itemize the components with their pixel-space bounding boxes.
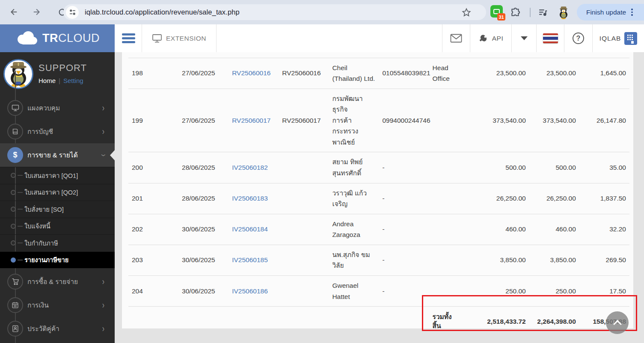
totals-row: รวมทั้ง สิ้น 2,518,433.72 2,264,398.00 1… xyxy=(128,307,629,343)
chevron-down-icon xyxy=(521,36,528,40)
browser-menu-icon[interactable] xyxy=(631,9,633,16)
table-row: 20028/06/2025IV25060182สยาม ทิพย์ สุนทรศ… xyxy=(128,152,629,183)
browser-profile-avatar[interactable] xyxy=(556,0,571,24)
app-logo[interactable]: TRCLOUD xyxy=(0,24,115,52)
table-cell: 460.00 xyxy=(529,214,579,245)
document-link[interactable]: IV25060186 xyxy=(232,287,268,295)
document-link[interactable]: IV25060184 xyxy=(232,225,268,233)
sidebar-item-sales-revenue[interactable]: $ การขาย & รายได้ › xyxy=(0,143,115,167)
sidebar-subitem[interactable]: รายงานภาษีขาย xyxy=(0,251,115,269)
messages-button[interactable] xyxy=(442,24,470,52)
table-cell: IV25060186 xyxy=(229,275,279,306)
chevron-icon: › xyxy=(102,276,104,287)
table-cell: 17.50 xyxy=(579,275,629,306)
sidebar-subitem[interactable]: ใบแจ้งหนี้ xyxy=(0,218,115,235)
bookmark-star-button[interactable] xyxy=(461,7,472,18)
document-link[interactable]: IV25060182 xyxy=(232,164,268,171)
table-cell xyxy=(429,214,479,245)
browser-profile-button[interactable]: Finish update xyxy=(577,4,644,21)
sidebar-item-top-0[interactable]: แผงควบคุม› xyxy=(0,96,115,120)
main-content: 19827/06/2025RV25060016RV25060016Cheil (… xyxy=(115,52,644,343)
api-button[interactable]: API xyxy=(470,24,511,52)
arrow-left-icon xyxy=(9,7,18,17)
table-cell: Gwenael Hattet xyxy=(329,275,379,306)
scroll-to-top-button[interactable] xyxy=(606,311,629,334)
sidebar-item-label: การขาย & รายได้ xyxy=(27,150,78,160)
sidebar-subitem-label: ใบเสนอราคา [QO2] xyxy=(24,187,78,197)
logo-text-bold: TR xyxy=(42,32,58,44)
sidebar-item-bottom-2[interactable]: ประวัติคู่ค้า› xyxy=(0,317,115,340)
sidebar-subitem[interactable]: ใบเสนอราคา [QO2] xyxy=(0,184,115,201)
sidebar-item-label: การเงิน xyxy=(27,300,49,310)
site-info-button[interactable] xyxy=(66,6,79,19)
table-cell: 269.50 xyxy=(579,245,629,275)
home-link[interactable]: Home xyxy=(39,77,56,84)
table-cell xyxy=(279,275,329,306)
table-cell: 199 xyxy=(128,89,178,152)
browser-back-button[interactable] xyxy=(5,4,21,20)
user-avatar[interactable] xyxy=(3,59,33,89)
document-link[interactable]: IV25060183 xyxy=(232,195,268,202)
table-row: 19827/06/2025RV25060016RV25060016Cheil (… xyxy=(128,58,629,89)
sidebar-subitem-label: ใบกำกับภาษี xyxy=(24,238,58,248)
extension-menu-label: EXTENSION xyxy=(166,35,206,42)
url-text[interactable]: iqlab.trcloud.co/application/revenue/sal… xyxy=(85,8,240,16)
table-cell: 28/06/2025 xyxy=(178,152,229,183)
sidebar-subitem[interactable]: ใบกำกับภาษี xyxy=(0,234,115,251)
sidebar-subitem[interactable]: ใบเสนอราคา [QO1] xyxy=(0,167,115,184)
table-cell xyxy=(279,245,329,275)
puzzle-icon xyxy=(510,7,521,18)
document-link[interactable]: IV25060185 xyxy=(232,256,268,263)
table-cell xyxy=(429,89,479,152)
table-cell: RV25060017 xyxy=(229,89,279,152)
language-button[interactable] xyxy=(536,24,564,52)
table-cell xyxy=(279,214,329,245)
table-cell: IV25060185 xyxy=(229,245,279,275)
table-cell: นพ.สุภกิจ ขม วิลัย xyxy=(329,245,379,275)
dropdown-toggle[interactable] xyxy=(511,24,536,52)
monitor-icon xyxy=(7,100,23,116)
document-link[interactable]: RV25060016 xyxy=(232,69,270,77)
address-bar[interactable]: iqlab.trcloud.co/application/revenue/sal… xyxy=(63,4,486,20)
table-cell: 460.00 xyxy=(479,214,529,245)
sidebar-item-top-1[interactable]: การบัญชี› xyxy=(0,120,115,143)
chevron-icon: › xyxy=(102,126,104,137)
sidebar-subitem-label: ใบเสนอราคา [QO1] xyxy=(24,171,78,180)
bullet-icon xyxy=(11,190,16,195)
table-cell: IV25060183 xyxy=(229,183,279,214)
setting-link[interactable]: Setting xyxy=(63,77,83,84)
envelope-icon xyxy=(450,34,462,43)
toolbar-divider xyxy=(530,0,531,24)
media-playlist-button[interactable] xyxy=(537,0,548,24)
account-name: IQLAB xyxy=(599,35,621,42)
table-cell: 35.00 xyxy=(579,152,629,183)
sidebar-toggle-button[interactable] xyxy=(122,33,135,43)
extension-menu-button[interactable]: EXTENSION xyxy=(142,24,216,52)
table-cell xyxy=(429,245,479,275)
table-cell: 201 xyxy=(128,183,178,214)
table-row: 20430/06/2025IV25060186Gwenael Hattet-25… xyxy=(128,275,629,306)
table-cell: 204 xyxy=(128,275,178,306)
timeline-connector xyxy=(18,226,23,227)
help-button[interactable]: ? xyxy=(564,24,592,52)
extensions-button[interactable] xyxy=(510,0,521,24)
sidebar-subitem-label: รายงานภาษีขาย xyxy=(24,255,68,265)
table-cell: 27/06/2025 xyxy=(178,89,229,152)
sidebar-item-bottom-1[interactable]: การเงิน› xyxy=(0,293,115,317)
table-cell: 500.00 xyxy=(479,152,529,183)
table-cell: 0105548039821 xyxy=(379,58,429,89)
browser-forward-button[interactable] xyxy=(29,4,45,20)
sidebar-subitem[interactable]: ใบสั่งขาย [SO] xyxy=(0,201,115,218)
table-cell xyxy=(279,152,329,183)
bullet-icon xyxy=(11,173,16,178)
document-link[interactable]: RV25060017 xyxy=(232,117,270,124)
sidebar-item-label: ประวัติคู่ค้า xyxy=(27,323,59,334)
grand-total-amount: 2,518,433.72 xyxy=(479,307,529,343)
table-cell xyxy=(429,275,479,306)
table-cell: 23,500.00 xyxy=(479,58,529,89)
plug-icon xyxy=(478,33,489,44)
calendar-extension-button[interactable]: 31 xyxy=(490,0,505,24)
account-button[interactable]: IQLAB xyxy=(592,24,644,52)
sidebar-item-bottom-0[interactable]: การซื้อ & รายจ่าย› xyxy=(0,270,115,293)
sidebar: TRCLOUD SUPPORT Home|Setting xyxy=(0,24,115,343)
